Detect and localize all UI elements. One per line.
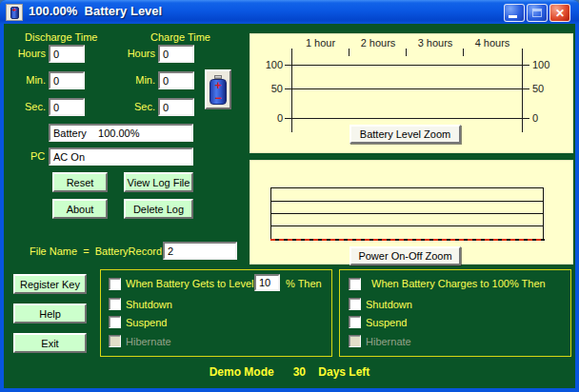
hibernate-label: Hibernate	[126, 336, 171, 347]
shutdown-checkbox[interactable]	[109, 298, 121, 310]
grid-row-line	[271, 225, 543, 226]
y-axis-right	[522, 49, 523, 132]
gridline-100	[291, 65, 523, 66]
y-tick	[523, 118, 529, 119]
shutdown-label: Shutdown	[126, 299, 172, 310]
about-button[interactable]: About	[52, 199, 108, 219]
y-axis-left	[291, 49, 292, 132]
y-tick	[285, 65, 291, 66]
y-label-right-50: 50	[532, 83, 544, 94]
grid-row-line	[271, 201, 543, 202]
battery-low-actions-group: When Battery Gets to Level % Then Shutdo…	[100, 269, 332, 357]
maximize-button[interactable]	[527, 4, 548, 22]
x-tick-2hours: 2 hours	[349, 37, 407, 49]
battery-status-field[interactable]	[49, 124, 193, 142]
hibernate-label: Hibernate	[366, 336, 411, 347]
maximize-icon	[532, 9, 542, 17]
battery-icon: +−	[210, 79, 227, 105]
battery-level-zoom-button[interactable]: Battery Level Zoom	[349, 125, 461, 144]
minimize-icon	[509, 15, 517, 18]
charge-sec-input[interactable]	[158, 98, 194, 116]
y-label-right-0: 0	[532, 112, 538, 124]
discharge-hours-input[interactable]	[49, 45, 85, 63]
charge-sec-label: Sec.	[114, 101, 155, 112]
battery-full-trigger-label: When Battery Charges to 100% Then	[371, 278, 546, 289]
charge-time-label: Charge Time	[150, 31, 210, 43]
minimize-button[interactable]	[504, 4, 525, 22]
x-axis-tick	[349, 49, 349, 56]
x-tick-1hour: 1 hour	[291, 37, 349, 49]
charge-hours-input[interactable]	[158, 45, 194, 63]
file-name-input[interactable]	[163, 242, 237, 260]
battery-level-trigger-checkbox[interactable]	[109, 278, 121, 290]
x-axis-tick	[406, 49, 407, 56]
close-button[interactable]: ✕	[549, 4, 570, 22]
y-label-left-50: 50	[258, 83, 283, 94]
battery-level-trigger-label: When Battery Gets to Level	[126, 278, 254, 289]
register-key-button[interactable]: Register Key	[13, 274, 87, 294]
y-tick	[285, 88, 291, 89]
title-bar[interactable]: 100.00% Battery Level ✕	[0, 0, 579, 24]
charge-min-input[interactable]	[158, 71, 194, 89]
suspend-checkbox[interactable]	[349, 316, 361, 328]
battery-icon	[6, 4, 23, 21]
battery-level-chart-panel: 1 hour 2 hours 3 hours 4 hours 100 50 0 …	[250, 33, 573, 153]
hibernate-checkbox	[349, 335, 361, 347]
gridline-50	[291, 88, 523, 89]
discharge-sec-input[interactable]	[49, 98, 85, 116]
y-tick	[285, 118, 291, 119]
battery-cap-icon	[214, 75, 222, 79]
delete-log-button[interactable]: Delete Log	[124, 199, 193, 219]
discharge-min-input[interactable]	[49, 71, 85, 89]
battery-level-trigger-suffix: % Then	[286, 278, 322, 289]
discharge-sec-label: Sec.	[8, 101, 46, 112]
discharge-min-label: Min.	[8, 74, 46, 86]
help-button[interactable]: Help	[13, 304, 87, 323]
pc-status-field[interactable]	[49, 147, 193, 166]
suspend-label: Suspend	[366, 317, 407, 328]
y-label-right-100: 100	[532, 59, 549, 70]
power-timeline-dashed-line	[270, 239, 545, 241]
hibernate-checkbox	[109, 335, 121, 347]
battery-full-trigger-checkbox[interactable]	[349, 278, 361, 290]
exit-button[interactable]: Exit	[13, 333, 87, 353]
gridline-0	[291, 118, 523, 119]
discharge-time-label: Discharge Time	[25, 31, 97, 43]
power-on-off-zoom-button[interactable]: Power On-Off Zoom	[349, 246, 461, 265]
view-log-file-button[interactable]: View Log File	[124, 172, 193, 192]
battery-level-threshold-input[interactable]	[254, 274, 280, 291]
x-axis-tick	[463, 49, 464, 56]
app-window: 100.00% Battery Level ✕ Discharge Time C…	[0, 0, 579, 392]
grid-row-line	[271, 213, 543, 214]
file-name-label: File Name = BatteryRecord	[30, 245, 162, 257]
power-on-off-panel: Power On-Off Zoom	[250, 160, 573, 265]
power-on-off-grid	[270, 187, 544, 240]
demo-mode-status: Demo Mode 30 Days Left	[0, 365, 579, 379]
x-tick-4hours: 4 hours	[464, 37, 521, 49]
pc-label: PC	[30, 150, 45, 162]
y-tick	[523, 88, 529, 89]
y-label-left-0: 0	[258, 112, 283, 124]
shutdown-label: Shutdown	[366, 299, 412, 310]
y-label-left-100: 100	[258, 59, 283, 70]
y-tick	[523, 65, 529, 66]
x-tick-3hours: 3 hours	[407, 37, 464, 49]
battery-full-actions-group: When Battery Charges to 100% Then Shutdo…	[339, 269, 571, 357]
window-title: 100.00% Battery Level	[29, 4, 162, 18]
discharge-hours-label: Hours	[8, 48, 46, 59]
shutdown-checkbox[interactable]	[349, 298, 361, 310]
charge-hours-label: Hours	[114, 48, 155, 59]
battery-image-button[interactable]: +−	[205, 69, 231, 109]
suspend-label: Suspend	[126, 317, 167, 328]
reset-button[interactable]: Reset	[52, 172, 108, 192]
charge-min-label: Min.	[114, 74, 155, 86]
suspend-checkbox[interactable]	[109, 316, 121, 328]
